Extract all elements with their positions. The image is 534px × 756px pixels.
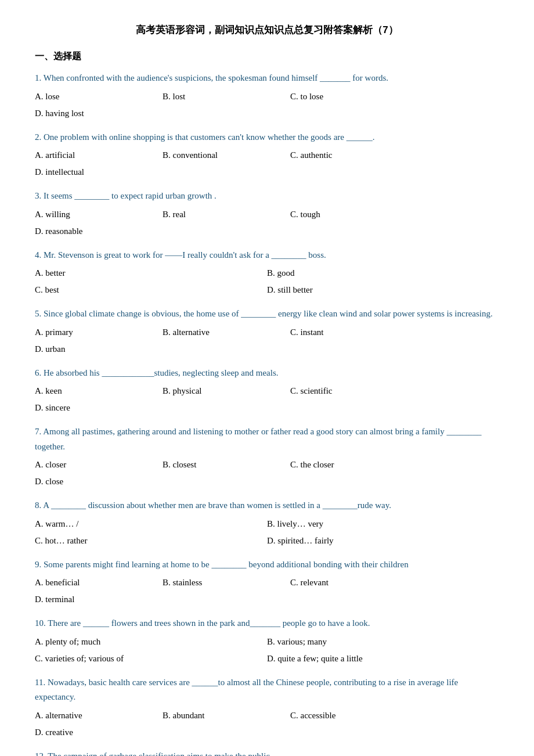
question-5-text: 5. Since global climate change is obviou… [35, 307, 499, 322]
question-7-option-0: A. closer [35, 456, 163, 473]
question-3-option-3: D. reasonable [35, 223, 163, 240]
question-5-option-1: B. alternative [163, 324, 290, 341]
question-7-options: A. closerB. closestC. the closerD. close [35, 456, 499, 490]
question-1-option-3: D. having lost [35, 105, 163, 122]
question-8-option-0: A. warm… / [35, 516, 267, 532]
question-8-options: A. warm… /B. lively… veryC. hot… ratherD… [35, 516, 499, 549]
question-7-option-2: C. the closer [290, 456, 418, 473]
question-9-text: 9. Some parents might find learning at h… [35, 557, 499, 573]
question-10-options: A. plenty of; muchB. various; manyC. var… [35, 633, 499, 667]
question-11-options: A. alternativeB. abundantC. accessibleD.… [35, 707, 499, 741]
question-9-options: A. beneficialB. stainlessC. relevantD. t… [35, 574, 499, 608]
question-2-text: 2. One problem with online shopping is t… [35, 130, 499, 145]
question-4-option-1: B. good [267, 265, 499, 282]
question-7-text: 7. Among all pastimes, gathering around … [35, 424, 499, 454]
question-11-option-3: D. creative [35, 724, 163, 741]
question-2-option-3: D. intellectual [35, 164, 163, 181]
question-10-option-3: D. quite a few; quite a little [267, 650, 499, 667]
question-3-options: A. willingB. realC. toughD. reasonable [35, 206, 499, 240]
question-9-option-3: D. terminal [35, 591, 163, 608]
question-3-option-1: B. real [163, 206, 290, 223]
question-1-option-2: C. to lose [290, 88, 418, 105]
question-4-option-0: A. better [35, 265, 267, 282]
question-10-option-1: B. various; many [267, 633, 499, 650]
question-8: 8. A ________ discussion about whether m… [35, 498, 499, 549]
question-5-option-2: C. instant [290, 324, 418, 341]
question-8-text: 8. A ________ discussion about whether m… [35, 498, 499, 513]
question-11-option-1: B. abundant [163, 707, 290, 724]
question-12-text: 12. The campaign of garbage classificati… [35, 749, 499, 757]
question-1-text: 1. When confronted with the audience's s… [35, 71, 499, 86]
question-8-option-2: C. hot… rather [35, 532, 267, 549]
question-9-option-0: A. beneficial [35, 574, 163, 591]
question-9-option-1: B. stainless [163, 574, 290, 591]
question-2-option-1: B. conventional [163, 147, 290, 164]
question-10-option-0: A. plenty of; much [35, 633, 267, 650]
question-1: 1. When confronted with the audience's s… [35, 71, 499, 122]
question-2-option-2: C. authentic [290, 147, 418, 164]
question-1-option-0: A. lose [35, 88, 163, 105]
question-6-option-3: D. sincere [35, 399, 163, 416]
question-7-option-1: B. closest [163, 456, 290, 473]
question-2-options: A. artificialB. conventionalC. authentic… [35, 147, 499, 181]
question-7-option-3: D. close [35, 473, 163, 490]
question-12: 12. The campaign of garbage classificati… [35, 749, 499, 757]
question-6-option-0: A. keen [35, 383, 163, 399]
question-4-options: A. betterB. goodC. bestD. still better [35, 265, 499, 298]
question-10: 10. There are ______ flowers and trees s… [35, 616, 499, 667]
question-2: 2. One problem with online shopping is t… [35, 130, 499, 181]
question-6: 6. He absorbed his ____________studies, … [35, 366, 499, 417]
question-8-option-1: B. lively… very [267, 516, 499, 532]
questions-container: 1. When confronted with the audience's s… [35, 71, 499, 756]
question-10-text: 10. There are ______ flowers and trees s… [35, 616, 499, 631]
question-3: 3. It seems ________ to expect rapid urb… [35, 189, 499, 240]
question-9: 9. Some parents might find learning at h… [35, 557, 499, 609]
question-11: 11. Nowadays, basic health care services… [35, 675, 499, 741]
question-6-option-1: B. physical [163, 383, 290, 399]
question-6-text: 6. He absorbed his ____________studies, … [35, 366, 499, 381]
question-6-options: A. keenB. physicalC. scientificD. sincer… [35, 383, 499, 416]
question-4-option-2: C. best [35, 282, 267, 298]
question-8-option-3: D. spirited… fairly [267, 532, 499, 549]
question-5-options: A. primaryB. alternativeC. instantD. urb… [35, 324, 499, 358]
section-title: 一、选择题 [35, 51, 499, 63]
question-5-option-0: A. primary [35, 324, 163, 341]
question-4-option-3: D. still better [267, 282, 499, 298]
question-3-option-0: A. willing [35, 206, 163, 223]
question-3-option-2: C. tough [290, 206, 418, 223]
question-4-text: 4. Mr. Stevenson is great to work for ——… [35, 248, 499, 263]
question-7: 7. Among all pastimes, gathering around … [35, 424, 499, 490]
question-5: 5. Since global climate change is obviou… [35, 307, 499, 358]
question-11-option-2: C. accessible [290, 707, 418, 724]
question-1-option-1: B. lost [163, 88, 290, 105]
question-2-option-0: A. artificial [35, 147, 163, 164]
question-3-text: 3. It seems ________ to expect rapid urb… [35, 189, 499, 204]
question-11-option-0: A. alternative [35, 707, 163, 724]
question-10-option-2: C. varieties of; various of [35, 650, 267, 667]
question-4: 4. Mr. Stevenson is great to work for ——… [35, 248, 499, 299]
question-5-option-3: D. urban [35, 341, 163, 358]
question-6-option-2: C. scientific [290, 383, 418, 399]
question-9-option-2: C. relevant [290, 574, 418, 591]
page-title: 高考英语形容词，副词知识点知识点总复习附答案解析（7） [35, 23, 499, 37]
question-1-options: A. loseB. lostC. to loseD. having lost [35, 88, 499, 122]
question-11-text: 11. Nowadays, basic health care services… [35, 675, 499, 705]
